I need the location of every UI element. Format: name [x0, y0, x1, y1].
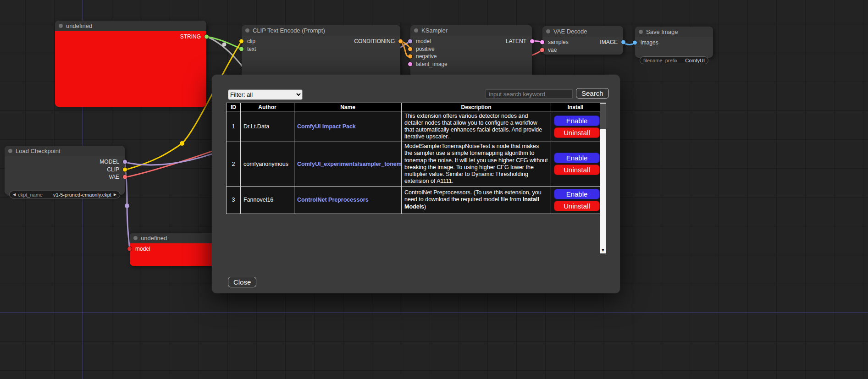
description-text: ModelSamplerTonemapNoiseTest a node that…	[404, 143, 548, 184]
node-vae-decode[interactable]: VAE Decode samples IMAGE vae	[542, 26, 623, 55]
output-slot-string[interactable]	[205, 35, 209, 39]
output-slot-latent[interactable]	[530, 39, 534, 44]
node-body: model	[130, 243, 221, 266]
output-label: CONDITIONING	[354, 38, 395, 44]
node-header[interactable]: undefined	[55, 21, 206, 31]
table-row: 3 Fannovel16 ControlNet Preprocessors Co…	[227, 186, 600, 214]
link-midpoint-dot	[125, 203, 129, 208]
input-slot-samples[interactable]	[540, 40, 544, 44]
node-header[interactable]: KSampler	[410, 25, 532, 36]
widget-value: ComfyUI	[685, 58, 705, 63]
output-slot-clip[interactable]	[123, 167, 127, 171]
extension-name-link[interactable]: ControlNet Preprocessors	[297, 197, 369, 203]
slot-row: images	[635, 39, 713, 47]
collapse-dot-icon[interactable]	[639, 30, 643, 34]
search-input[interactable]	[486, 89, 573, 99]
input-slot-model[interactable]	[408, 39, 412, 44]
output-slot-image[interactable]	[621, 40, 625, 44]
column-header-name: Name	[294, 103, 402, 111]
node-header[interactable]: Load Checkpoint	[5, 146, 125, 156]
node-body: STRING	[55, 31, 206, 107]
table-scrollbar[interactable]: ▼	[600, 103, 606, 253]
increment-arrow-icon[interactable]: ▶	[114, 193, 116, 197]
node-title: undefined	[66, 22, 92, 29]
search-button[interactable]: Search	[576, 88, 609, 99]
slot-row: vae	[542, 46, 623, 54]
input-slot-images[interactable]	[633, 41, 637, 45]
input-slot-vae[interactable]	[540, 48, 544, 52]
decrement-arrow-icon[interactable]: ◀	[13, 193, 16, 197]
output-slot-model[interactable]	[123, 160, 127, 164]
scrollbar-thumb[interactable]	[600, 104, 606, 129]
extension-table: ID Author Name Description Install 1 Dr.…	[226, 103, 600, 214]
node-title: undefined	[141, 235, 167, 242]
input-slot-latent-image[interactable]	[408, 62, 412, 66]
input-slot-positive[interactable]	[408, 47, 412, 51]
node-undefined-top[interactable]: undefined STRING	[55, 21, 206, 107]
input-slot-model[interactable]	[127, 247, 132, 251]
node-title: Save Image	[646, 28, 678, 35]
input-slot-text[interactable]	[239, 47, 243, 51]
slot-row: model LATENT	[410, 38, 532, 45]
link-midpoint-dot	[180, 141, 184, 146]
output-label: STRING	[180, 33, 201, 40]
scrollbar-down-arrow-icon[interactable]: ▼	[600, 247, 606, 253]
uninstall-button[interactable]: Uninstall	[554, 165, 600, 175]
node-save-image[interactable]: Save Image images filename_prefix ComfyU…	[635, 27, 713, 58]
filename-prefix-widget[interactable]: filename_prefix ComfyUI	[640, 56, 708, 64]
extension-name-cell: ComfyUI_experiments/sampler_tonemap	[294, 142, 402, 187]
input-label: samples	[548, 39, 569, 45]
extension-install-cell: Enable Uninstall	[551, 186, 600, 214]
input-slot-clip[interactable]	[239, 39, 243, 44]
uninstall-button[interactable]: Uninstall	[554, 127, 600, 138]
input-label: model	[416, 38, 431, 44]
ckpt-name-widget[interactable]: ◀ ckpt_name v1-5-pruned-emaonly.ckpt ▶	[9, 191, 120, 198]
slot-row: text	[242, 45, 400, 53]
node-body: images filename_prefix ComfyUI	[635, 37, 713, 47]
slot-row: CLIP	[5, 166, 125, 174]
output-label: LATENT	[506, 38, 526, 44]
collapse-dot-icon[interactable]	[8, 149, 12, 153]
node-header[interactable]: VAE Decode	[542, 26, 623, 37]
input-label: model	[135, 246, 150, 252]
node-title: KSampler	[421, 27, 448, 34]
uninstall-button[interactable]: Uninstall	[554, 201, 600, 211]
widget-name: ckpt_name	[18, 192, 43, 198]
close-button[interactable]: Close	[228, 277, 256, 287]
node-undefined-bottom[interactable]: undefined model	[130, 233, 221, 266]
enable-button[interactable]: Enable	[554, 189, 600, 199]
node-header[interactable]: undefined	[130, 233, 221, 243]
extension-name-link[interactable]: ComfyUI_experiments/sampler_tonemap	[297, 161, 402, 167]
collapse-dot-icon[interactable]	[546, 29, 550, 33]
collapse-dot-icon[interactable]	[133, 236, 138, 240]
enable-button[interactable]: Enable	[554, 115, 600, 126]
enable-button[interactable]: Enable	[554, 153, 600, 163]
extension-name-cell: ComfyUI Impact Pack	[294, 111, 402, 142]
collapse-dot-icon[interactable]	[414, 28, 418, 33]
output-label: VAE	[109, 174, 119, 180]
description-text: ControlNet Preprocessors. (To use this e…	[404, 189, 542, 203]
node-load-checkpoint[interactable]: Load Checkpoint MODEL CLIP VAE ◀ ckpt_na…	[5, 146, 125, 195]
filter-select[interactable]: Filter: all	[228, 89, 303, 100]
extension-install-cell: Enable Uninstall	[551, 142, 600, 187]
collapse-dot-icon[interactable]	[245, 28, 249, 33]
node-body: model LATENT positive negative latent_im…	[410, 36, 532, 68]
slot-row: latent_image	[410, 60, 532, 68]
node-header[interactable]: Save Image	[635, 27, 713, 37]
column-header-description: Description	[402, 103, 551, 111]
output-slot-conditioning[interactable]	[398, 39, 403, 44]
column-header-id: ID	[227, 103, 241, 111]
extension-author-cell: Dr.Lt.Data	[241, 111, 294, 142]
node-body: MODEL CLIP VAE ◀ ckpt_name v1-5-pruned-e…	[5, 156, 125, 181]
collapse-dot-icon[interactable]	[59, 24, 63, 28]
extension-description-cell: ModelSamplerTonemapNoiseTest a node that…	[402, 142, 551, 187]
slot-row: samples IMAGE	[542, 38, 623, 46]
widget-value: v1-5-pruned-emaonly.ckpt	[53, 192, 111, 198]
column-header-author: Author	[241, 103, 294, 111]
input-slot-negative[interactable]	[408, 55, 412, 59]
node-header[interactable]: CLIP Text Encode (Prompt)	[242, 25, 400, 36]
output-slot-vae[interactable]	[123, 175, 127, 179]
extension-id-cell: 2	[227, 142, 241, 187]
extension-name-link[interactable]: ComfyUI Impact Pack	[297, 123, 356, 130]
input-label: text	[247, 46, 256, 52]
